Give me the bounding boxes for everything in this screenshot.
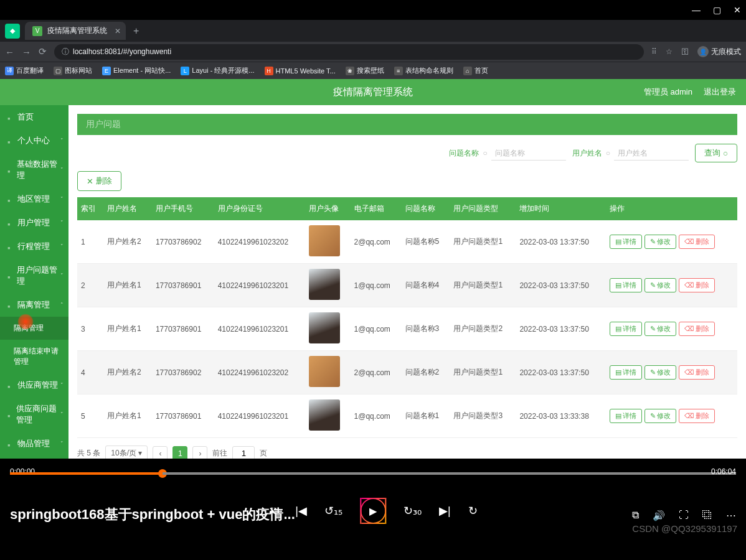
page-number-button[interactable]: 1: [172, 446, 187, 459]
page-size-select[interactable]: 10条/页 ▾: [105, 446, 148, 459]
more-button[interactable]: ⋯: [726, 510, 736, 521]
bookmark-icon: ⌂: [463, 67, 472, 75]
tab-title: 疫情隔离管理系统: [47, 26, 107, 36]
filter-name-input[interactable]: [614, 146, 689, 161]
cell-type: 用户问题类型1: [450, 264, 516, 307]
cell-avatar: [305, 307, 350, 351]
bookmark-item[interactable]: HHTML5 Website T...: [265, 67, 336, 75]
sidebar-item[interactable]: ▪个人中心˅: [0, 129, 68, 152]
panel-title: 用户问题: [86, 119, 121, 129]
trash-icon: ⌫: [684, 325, 694, 333]
delete-button[interactable]: ⌫删除: [679, 365, 715, 380]
bookmark-item[interactable]: ≡表结构命名规则: [394, 66, 453, 75]
bulk-delete-button[interactable]: ✕ 删除: [77, 171, 121, 191]
site-info-icon[interactable]: ⓘ: [62, 47, 69, 57]
detail-button[interactable]: ▤详情: [610, 409, 642, 423]
os-maximize[interactable]: ▢: [713, 5, 721, 15]
address-bar[interactable]: ⓘ localhost:8081/#/yonghuwenti: [54, 44, 644, 60]
avatar: [309, 269, 340, 300]
shuffle-button[interactable]: ⤭: [268, 504, 278, 518]
cell-phone: 17703786902: [152, 351, 214, 394]
bookmark-star-icon[interactable]: ☆: [666, 47, 673, 56]
prev-track-button[interactable]: |◀: [295, 504, 307, 518]
sidebar-item[interactable]: ▪行程管理˅: [0, 235, 68, 258]
browser-tab[interactable]: V 疫情隔离管理系统 ✕: [25, 22, 126, 40]
detail-button[interactable]: ▤详情: [610, 235, 642, 249]
avatar: [309, 225, 340, 256]
progress-bar[interactable]: [10, 472, 736, 475]
incognito-label: 无痕模式: [711, 47, 741, 57]
current-user[interactable]: 管理员 admin: [644, 86, 692, 98]
edit-button[interactable]: ✎修改: [644, 409, 676, 423]
sidebar-item[interactable]: ▪基础数据管理˅: [0, 152, 68, 187]
sidebar-item[interactable]: ▪地区管理˅: [0, 187, 68, 211]
play-button[interactable]: ▶: [360, 498, 386, 524]
miniplayer-button[interactable]: ⿻: [702, 510, 712, 521]
os-close[interactable]: ✕: [734, 5, 741, 15]
fullscreen-button[interactable]: ⛶: [679, 510, 689, 521]
volume-button[interactable]: 🔊: [653, 510, 665, 521]
prev-page-button[interactable]: ‹: [153, 446, 168, 459]
filter-title-input[interactable]: [491, 146, 566, 161]
sidebar-item[interactable]: 隔离结束申请管理: [0, 340, 68, 373]
password-key-icon[interactable]: ⚿: [681, 47, 689, 56]
bookmark-label: 首页: [475, 66, 488, 75]
edit-button[interactable]: ✎修改: [644, 235, 676, 249]
forward-button[interactable]: →: [22, 47, 31, 57]
detail-button[interactable]: ▤详情: [610, 365, 642, 380]
next-page-button[interactable]: ›: [192, 446, 207, 459]
table-row: 5 用户姓名1 17703786901 41022419961023201 1@…: [77, 394, 737, 438]
delete-button[interactable]: ⌫删除: [679, 409, 715, 423]
next-track-button[interactable]: ▶|: [439, 504, 451, 518]
pip-button[interactable]: ⧉: [632, 510, 639, 521]
detail-button[interactable]: ▤详情: [610, 278, 642, 292]
delete-button[interactable]: ⌫删除: [679, 235, 715, 249]
os-minimize[interactable]: —: [692, 5, 701, 15]
back-button[interactable]: ←: [5, 47, 14, 57]
column-header: 用户身份证号: [214, 197, 306, 220]
delete-button[interactable]: ⌫删除: [679, 322, 715, 336]
logout-link[interactable]: 退出登录: [704, 86, 736, 98]
forward-30-button[interactable]: ↻₃₀: [404, 504, 422, 518]
goto-input[interactable]: [232, 446, 255, 459]
sidebar-item[interactable]: 隔离管理: [0, 317, 68, 340]
rewind-15-button[interactable]: ↺₁₅: [324, 504, 342, 518]
incognito-indicator[interactable]: 👤 无痕模式: [697, 46, 741, 57]
trash-icon: ⌫: [684, 238, 694, 246]
reload-button[interactable]: ⟳: [39, 46, 47, 57]
bookmark-item[interactable]: LLayui - 经典开源模...: [181, 66, 254, 75]
menu-icon: ▪: [7, 441, 14, 447]
bookmark-item[interactable]: ▢图标网站: [54, 66, 92, 75]
sidebar-item[interactable]: ▪物品管理˅: [0, 432, 68, 455]
bookmark-item[interactable]: EElement - 网站快...: [102, 66, 171, 75]
avatar: [309, 356, 340, 387]
sidebar-item[interactable]: ▪隔离管理˄: [0, 293, 68, 317]
loop-button[interactable]: ↻: [468, 504, 478, 518]
goto-suffix: 页: [260, 448, 267, 459]
sidebar-item[interactable]: ▪用户问题管理˅: [0, 258, 68, 293]
cell-time: 2022-03-03 13:37:50: [516, 220, 605, 264]
sidebar-item[interactable]: ▪供应商问题管理˅: [0, 397, 68, 432]
sidebar-item[interactable]: ▪供应商管理˅: [0, 373, 68, 397]
tab-close-icon[interactable]: ✕: [115, 27, 121, 35]
chevron-down-icon: ˅: [60, 220, 64, 226]
translate-icon[interactable]: ⠿: [651, 47, 657, 56]
video-player: 0:00:00 0:06:04 springboot168基于springboo…: [0, 459, 746, 543]
sidebar-label: 隔离管理: [14, 323, 44, 334]
sidebar-item[interactable]: ▪首页: [0, 105, 68, 129]
column-header: 电子邮箱: [351, 197, 402, 220]
cell-avatar: [305, 394, 350, 438]
avatar: [309, 399, 340, 431]
edit-button[interactable]: ✎修改: [644, 322, 676, 336]
app-launcher-icon[interactable]: ◆: [5, 24, 20, 39]
bookmark-item[interactable]: ⌂首页: [463, 66, 488, 75]
query-button[interactable]: 查询 ○: [695, 144, 737, 162]
bookmark-item[interactable]: 译百度翻译: [5, 66, 44, 75]
delete-button[interactable]: ⌫删除: [679, 278, 715, 292]
detail-button[interactable]: ▤详情: [610, 322, 642, 336]
edit-button[interactable]: ✎修改: [644, 365, 676, 380]
bookmark-item[interactable]: ❀搜索壁纸: [346, 66, 384, 75]
edit-button[interactable]: ✎修改: [644, 278, 676, 292]
sidebar-item[interactable]: ▪用户管理˅: [0, 211, 68, 235]
new-tab-button[interactable]: +: [133, 26, 139, 37]
